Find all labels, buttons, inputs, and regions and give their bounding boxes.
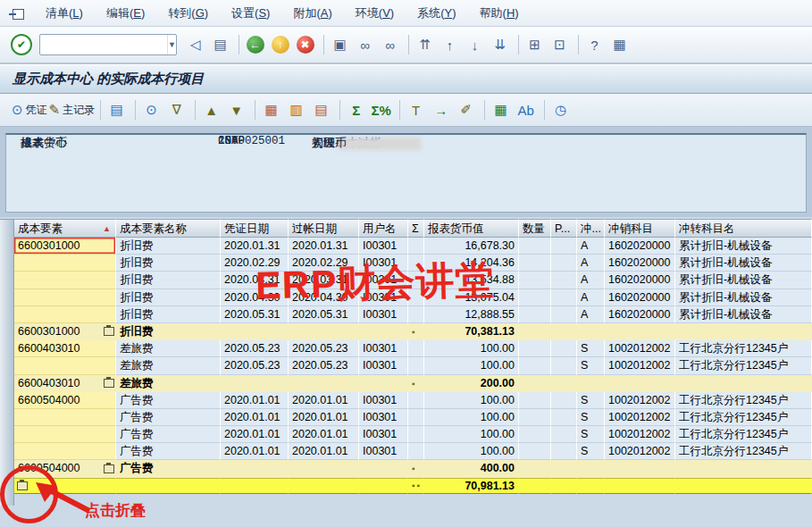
- first-page-button[interactable]: ⇈: [414, 33, 438, 56]
- new-session-button[interactable]: ⊞: [524, 33, 548, 56]
- change-layout-button[interactable]: ▥: [286, 98, 309, 121]
- command-field[interactable]: ▼: [39, 34, 177, 55]
- column-header[interactable]: P...: [551, 219, 577, 238]
- toolbar-button[interactable]: [484, 100, 485, 120]
- toolbar-button[interactable]: [544, 100, 545, 120]
- menu-extras[interactable]: 附加(A): [281, 2, 343, 25]
- table-row[interactable]: ▪▪ 70,981.13: [14, 478, 812, 493]
- table-row[interactable]: 广告费 2020.01.01 2020.01.01 I00301 100.00 …: [14, 409, 812, 426]
- cell-cost-element[interactable]: [14, 306, 116, 323]
- column-header[interactable]: 冲...: [577, 219, 605, 238]
- current-layout-button[interactable]: ▦: [261, 98, 284, 121]
- collapse-icon[interactable]: [104, 464, 114, 473]
- column-header[interactable]: 凭证日期: [221, 219, 289, 238]
- menu-settings[interactable]: 设置(S): [220, 2, 281, 25]
- cell-cost-element[interactable]: [14, 255, 116, 272]
- menu-edit[interactable]: 编辑(E): [95, 2, 156, 25]
- exit-button[interactable]: ↑: [270, 33, 293, 56]
- top-of-list-button[interactable]: T: [406, 98, 429, 121]
- table-row[interactable]: 广告费 2020.01.01 2020.01.01 I00301 100.00 …: [14, 443, 812, 460]
- last-page-button[interactable]: ⇊: [490, 33, 513, 56]
- collapse-icon[interactable]: [104, 327, 114, 336]
- column-header[interactable]: 冲销科目: [605, 219, 675, 238]
- cell-cost-element[interactable]: [14, 357, 116, 374]
- sort-descending-button[interactable]: ▼: [226, 98, 249, 121]
- toolbar-button[interactable]: [255, 100, 255, 120]
- column-header[interactable]: 成本要素名称: [116, 219, 221, 238]
- toolbar-button[interactable]: [135, 100, 136, 120]
- cell-cost-element[interactable]: 6600504000: [14, 392, 116, 409]
- back-nav-button[interactable]: ←: [245, 33, 268, 56]
- cell-cost-element[interactable]: 6600301000: [14, 238, 116, 255]
- toolbar-button[interactable]: [100, 100, 101, 120]
- cell-cost-element[interactable]: 6600403010: [14, 340, 116, 357]
- cell-cost-element[interactable]: [14, 409, 116, 426]
- menu-help[interactable]: 帮助(H): [468, 2, 531, 25]
- customize-layout-button[interactable]: ▦: [609, 33, 632, 56]
- column-header[interactable]: 成本要素▲: [14, 219, 116, 238]
- cell-cost-element[interactable]: [14, 426, 116, 443]
- menu-system[interactable]: 系统(Y): [406, 2, 467, 25]
- table-row[interactable]: 6600301000 折旧费 2020.01.31 2020.01.31 I00…: [14, 238, 812, 255]
- subtotal-button[interactable]: Σ%: [371, 98, 394, 121]
- column-header[interactable]: Σ: [408, 219, 424, 238]
- cell-cost-element[interactable]: [14, 289, 116, 306]
- cell-cost-element[interactable]: 6600301000: [14, 323, 116, 341]
- find-next-button[interactable]: ∞: [380, 33, 403, 56]
- table-row[interactable]: 广告费 2020.01.01 2020.01.01 I00301 100.00 …: [14, 426, 812, 443]
- save-button[interactable]: ▤: [210, 33, 233, 56]
- table-row[interactable]: 6600504000 广告费 2020.01.01 2020.01.01 I00…: [14, 392, 812, 409]
- column-header[interactable]: 过帐日期: [289, 219, 359, 238]
- table-row[interactable]: 6600301000 折旧费 ▪ 70,381.13: [14, 323, 812, 340]
- export-button[interactable]: →: [431, 98, 454, 121]
- help-button[interactable]: ?: [584, 33, 607, 56]
- sort-ascending-button[interactable]: ▲: [201, 98, 224, 121]
- table-row[interactable]: 差旅费 2020.05.23 2020.05.23 I00301 100.00 …: [14, 357, 812, 374]
- column-header[interactable]: 用户名: [359, 219, 408, 238]
- next-page-button[interactable]: ↓: [465, 33, 488, 56]
- toolbar-button[interactable]: [399, 100, 400, 120]
- menu-environment[interactable]: 环境(V): [344, 2, 406, 25]
- history-button[interactable]: ◷: [550, 98, 573, 121]
- find-button[interactable]: ∞: [355, 33, 378, 56]
- back-button[interactable]: ◁: [185, 33, 208, 56]
- previous-page-button[interactable]: ↑: [439, 33, 463, 56]
- column-header[interactable]: 数量: [519, 219, 551, 238]
- filter-button[interactable]: ∇: [166, 98, 189, 121]
- search-button[interactable]: ⊙: [141, 98, 164, 121]
- cancel-button[interactable]: ✖: [295, 33, 318, 56]
- print-button[interactable]: ▣: [330, 33, 353, 56]
- excel-view-button[interactable]: ▦: [490, 98, 514, 121]
- column-header[interactable]: 冲转科目名: [675, 219, 812, 238]
- toolbar-button[interactable]: [195, 100, 196, 120]
- table-row[interactable]: 折旧费 2020.05.31 2020.05.31 I00301 12,888.…: [14, 306, 812, 323]
- create-shortcut-button[interactable]: ⊡: [549, 33, 573, 56]
- toolbar-icon: ←: [247, 36, 264, 54]
- cell-cost-element[interactable]: [14, 272, 116, 289]
- system-menu-icon[interactable]: [9, 7, 25, 20]
- cell-cost-element[interactable]: 6600403010: [14, 375, 116, 393]
- save-layout-button[interactable]: ▤: [311, 98, 334, 121]
- column-header[interactable]: 报表货币值: [424, 219, 519, 238]
- table-row[interactable]: 6600403010 差旅费 ▪ 200.00: [14, 375, 812, 392]
- toolbar-button[interactable]: [239, 35, 239, 54]
- table-row[interactable]: 6600504000 广告费 ▪ 400.00: [14, 460, 812, 477]
- toolbar-button[interactable]: [518, 35, 519, 54]
- collapse-icon[interactable]: [104, 379, 114, 388]
- toolbar-button[interactable]: [339, 100, 340, 120]
- toolbar-button[interactable]: [408, 35, 409, 54]
- cell-cost-element[interactable]: [14, 443, 116, 460]
- command-input[interactable]: [25, 36, 167, 54]
- toolbar-button[interactable]: [323, 35, 324, 54]
- toolbar-button[interactable]: [578, 35, 579, 54]
- detail-button[interactable]: ▤: [106, 98, 130, 121]
- total-button[interactable]: Σ: [346, 98, 369, 121]
- menu-goto[interactable]: 转到(G): [156, 2, 220, 25]
- select-detail-button[interactable]: ✐: [456, 98, 479, 121]
- menu-list[interactable]: 清单(L): [34, 2, 95, 25]
- abc-analysis-button[interactable]: Ab: [515, 98, 539, 121]
- chevron-down-icon[interactable]: ▼: [167, 35, 176, 54]
- document-button[interactable]: ⊙凭证: [12, 98, 47, 121]
- table-row[interactable]: 6600403010 差旅费 2020.05.23 2020.05.23 I00…: [14, 340, 812, 357]
- master-record-button[interactable]: ✎主记录: [49, 98, 96, 121]
